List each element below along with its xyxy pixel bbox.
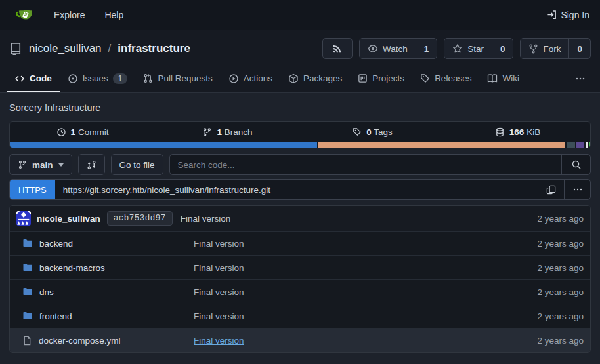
table-row[interactable]: backend Final version 2 years ago [10, 231, 590, 255]
file-commit-message[interactable]: Final version [194, 263, 511, 273]
tag-icon [353, 127, 362, 136]
star-count[interactable]: 0 [492, 39, 513, 58]
nav-link-explore[interactable]: Explore [54, 10, 85, 20]
file-time: 2 years ago [511, 287, 584, 297]
copy-url-button[interactable] [538, 180, 564, 199]
segment-blue [10, 142, 317, 148]
nav-link-help[interactable]: Help [104, 10, 123, 20]
commit-message[interactable]: Final version [181, 214, 231, 224]
tab-actions[interactable]: Actions [221, 66, 280, 92]
tab-pull-requests[interactable]: Pull Requests [135, 66, 220, 92]
file-time: 2 years ago [511, 312, 584, 321]
commit-sha-badge[interactable]: acb753dd97 [107, 211, 173, 226]
issue-icon [68, 73, 78, 84]
branch-icon [202, 127, 212, 137]
tags-stat[interactable]: 0 Tags [300, 122, 445, 142]
code-search-button[interactable] [561, 155, 590, 174]
sign-in-button[interactable]: Sign In [547, 10, 589, 20]
gitea-logo-icon[interactable] [16, 6, 34, 24]
tabs-more-button[interactable] [567, 66, 593, 92]
file-commit-message-link[interactable]: Final version [194, 336, 511, 346]
watch-button[interactable]: Watch 1 [359, 38, 437, 59]
repo-description: Sorcery Infrastructure [9, 102, 591, 113]
branches-stat[interactable]: 1 Branch [155, 122, 300, 142]
compare-button[interactable] [78, 154, 105, 175]
search-icon [571, 159, 582, 170]
chevron-down-icon [58, 163, 64, 167]
star-button[interactable]: Star 0 [444, 38, 513, 59]
branch-selector[interactable]: main [9, 154, 72, 175]
avatar [16, 211, 31, 226]
segment-green [589, 142, 591, 148]
repo-title-separator: / [108, 42, 112, 55]
file-commit-message[interactable]: Final version [194, 312, 511, 321]
file-commit-message[interactable]: Final version [194, 239, 511, 249]
file-table: nicole_sullivan acb753dd97 Final version… [9, 205, 591, 353]
latest-commit-row: nicole_sullivan acb753dd97 Final version… [10, 206, 590, 231]
commit-author-link[interactable]: nicole_sullivan [37, 214, 100, 224]
star-icon [452, 43, 463, 54]
file-name-link[interactable]: docker-compose.yml [39, 336, 121, 346]
play-circle-icon [228, 73, 239, 84]
folder-icon [22, 238, 33, 249]
copy-icon [546, 185, 556, 195]
commit-time: 2 years ago [537, 214, 584, 224]
repo-header: nicole_sullivan / infrastructure Watch [0, 30, 600, 93]
code-search-group [169, 154, 591, 175]
book-icon [487, 73, 498, 84]
file-icon [22, 336, 32, 346]
package-icon [288, 73, 299, 84]
branch-icon [18, 160, 27, 169]
rss-feed-button[interactable] [322, 38, 353, 59]
file-commit-message[interactable]: Final version [194, 287, 511, 297]
clone-url-bar: HTTPS [9, 179, 591, 200]
issues-count-badge: 1 [113, 73, 128, 84]
tab-code[interactable]: Code [7, 66, 60, 92]
eye-icon [368, 43, 378, 54]
https-protocol-button[interactable]: HTTPS [10, 180, 55, 199]
folder-icon [22, 311, 33, 321]
history-icon [56, 127, 66, 137]
file-time: 2 years ago [511, 239, 584, 249]
file-name-link[interactable]: frontend [39, 312, 72, 321]
segment-purple [576, 142, 584, 148]
repo-title: nicole_sullivan / infrastructure [9, 42, 190, 55]
tab-projects[interactable]: Projects [350, 66, 412, 92]
file-time: 2 years ago [511, 336, 584, 346]
file-time: 2 years ago [511, 263, 584, 273]
watch-count[interactable]: 1 [416, 39, 437, 58]
file-name-link[interactable]: backend [39, 239, 73, 249]
language-bar[interactable] [10, 142, 590, 148]
code-icon [14, 73, 25, 84]
repo-tabs: Code Issues 1 Pull Requests Actions [0, 66, 600, 93]
go-to-file-button[interactable]: Go to file [111, 154, 163, 175]
file-name-link[interactable]: backend-macros [39, 263, 105, 273]
tab-releases[interactable]: Releases [412, 66, 479, 92]
fork-button[interactable]: Fork 0 [520, 38, 591, 59]
clone-more-button[interactable] [564, 180, 590, 199]
folder-icon [22, 262, 33, 273]
table-row[interactable]: docker-compose.yml Final version 2 years… [10, 328, 590, 352]
code-toolbar: main Go to file [9, 154, 591, 175]
file-name-link[interactable]: dns [39, 287, 54, 297]
repo-owner-link[interactable]: nicole_sullivan [29, 42, 102, 55]
fork-icon [528, 44, 538, 54]
tag-icon [420, 73, 430, 83]
segment-salmon [318, 142, 566, 148]
table-row[interactable]: frontend Final version 2 years ago [10, 304, 590, 328]
repository-icon [9, 42, 22, 55]
table-row[interactable]: backend-macros Final version 2 years ago [10, 255, 590, 279]
repo-name-link[interactable]: infrastructure [118, 42, 190, 55]
table-row[interactable]: dns Final version 2 years ago [10, 279, 590, 304]
database-icon [495, 127, 505, 137]
repo-stats-box: 1 Commit 1 Branch 0 Tags [9, 121, 591, 148]
ellipsis-icon [572, 184, 583, 195]
sign-in-icon [547, 10, 557, 20]
commits-stat[interactable]: 1 Commit [10, 122, 155, 142]
clone-url-input[interactable] [63, 185, 530, 195]
code-search-input[interactable] [170, 155, 561, 174]
tab-packages[interactable]: Packages [280, 66, 350, 92]
tab-issues[interactable]: Issues 1 [60, 66, 136, 92]
fork-count[interactable]: 0 [568, 39, 590, 58]
tab-wiki[interactable]: Wiki [479, 66, 527, 92]
